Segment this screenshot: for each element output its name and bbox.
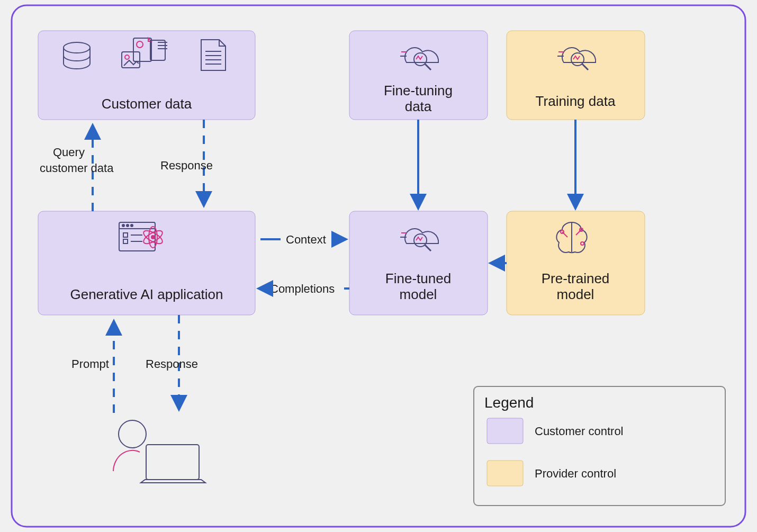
legend-customer-label: Customer control [535,425,624,438]
diagram-canvas: Customer data Fine-tuning data Training … [0,0,757,532]
gen-ai-app-box: Generative AI application [38,211,255,315]
legend-title: Legend [484,394,534,411]
fine-tuned-model-box: Fine-tuned model [349,211,488,315]
svg-point-30 [131,224,133,227]
fine-tuning-data-box: Fine-tuning data [349,31,488,120]
gen-ai-app-label: Generative AI application [70,286,223,302]
legend-box: Legend Customer control Provider control [474,386,725,506]
svg-point-38 [151,236,155,239]
training-data-label: Training data [536,93,616,109]
training-data-box: Training data [507,31,645,120]
fine-tuned-model-label-l2: model [400,286,437,302]
pre-trained-model-label-l1: Pre-trained [542,270,610,286]
fine-tuned-model-label-l1: Fine-tuned [385,270,451,286]
legend-provider-swatch [487,461,523,486]
context-label: Context [286,233,326,246]
customer-data-label: Customer data [102,96,192,112]
customer-data-box: Customer data [38,31,255,120]
response-cd-label: Response [160,159,213,172]
pre-trained-model-box: Pre-trained model [507,211,645,315]
svg-point-29 [127,224,129,227]
response-user-label: Response [146,357,198,371]
query-label-l2: customer data [40,161,114,175]
svg-point-28 [122,224,124,227]
legend-customer-swatch [487,418,523,444]
pre-trained-model-label-l2: model [557,286,594,302]
completions-label: Completions [270,282,335,295]
fine-tuning-data-label-l2: data [405,98,432,114]
fine-tuning-data-label-l1: Fine-tuning [384,83,453,98]
legend-provider-label: Provider control [535,467,616,480]
query-label-l1: Query [53,146,85,159]
prompt-label: Prompt [71,357,109,371]
